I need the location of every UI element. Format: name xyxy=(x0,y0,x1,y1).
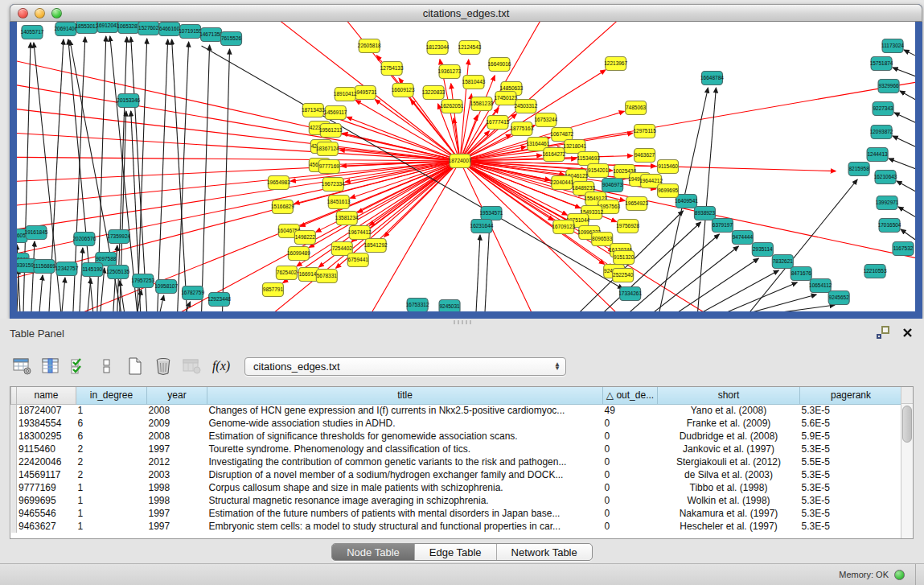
network-canvas[interactable]: 1405571720691406185530121691204310653287… xyxy=(17,22,915,311)
cell-pr[interactable]: 5.3E-5 xyxy=(800,468,902,481)
cell-pr[interactable]: 5.3E-5 xyxy=(800,404,902,417)
graph-node[interactable]: 14055717 xyxy=(21,26,44,39)
graph-node[interactable]: 16649016 xyxy=(488,58,511,72)
cell-out[interactable]: 49 xyxy=(603,404,658,417)
graph-node[interactable]: 12505135 xyxy=(106,266,129,279)
table-select[interactable]: citations_edges.txt ▲▼ xyxy=(244,357,566,376)
graph-node[interactable]: 6759441 xyxy=(347,253,368,267)
graph-node[interactable]: 19361273 xyxy=(438,65,462,79)
graph-node[interactable]: 9699695 xyxy=(658,184,679,198)
cell-name[interactable]: 9463627 xyxy=(17,520,76,533)
graph-node[interactable]: 16777415 xyxy=(487,116,510,130)
graph-node[interactable]: 19672334 xyxy=(322,178,345,192)
delete-column-icon[interactable] xyxy=(152,355,175,377)
graph-node[interactable]: 9154201 xyxy=(588,164,609,178)
graph-node[interactable]: 9474444 xyxy=(732,231,753,245)
cell-name[interactable]: 19384554 xyxy=(17,417,76,430)
graph-node[interactable]: 9046973 xyxy=(602,179,623,192)
memory-ok-icon[interactable] xyxy=(894,570,905,580)
network-window-titlebar[interactable]: citations_edges.txt xyxy=(10,4,922,22)
minimize-window-button[interactable] xyxy=(35,8,45,19)
graph-node[interactable]: 10654112 xyxy=(809,279,832,293)
graph-node[interactable]: 18123044 xyxy=(426,41,450,55)
cell-indeg[interactable]: 6 xyxy=(76,430,147,443)
graph-node[interactable]: 15581233 xyxy=(470,97,494,111)
cell-short[interactable]: Stergiakouli et al. (2012) xyxy=(658,455,800,468)
graph-node[interactable]: 22605818 xyxy=(358,39,381,53)
cell-short[interactable]: Nakamura et al. (1997) xyxy=(658,507,800,520)
cell-indeg[interactable]: 1 xyxy=(76,507,147,520)
graph-node[interactable]: 19534571 xyxy=(480,207,503,220)
graph-node[interactable]: 19674412 xyxy=(348,226,372,240)
graph-node[interactable]: 11156869 xyxy=(33,260,55,274)
graph-node[interactable]: 16099489 xyxy=(287,247,310,261)
graph-node[interactable]: 6379197 xyxy=(712,219,733,233)
column-header-out_de[interactable]: △ out_de... xyxy=(603,387,658,404)
graph-node[interactable]: 8471676 xyxy=(791,267,811,281)
graph-node[interactable]: 18367124 xyxy=(316,142,339,156)
graph-node[interactable]: 2522540 xyxy=(613,269,634,282)
graph-node[interactable]: 9463627 xyxy=(634,149,655,163)
tab-node-table[interactable]: Node Table xyxy=(332,544,414,560)
cell-indeg[interactable]: 2 xyxy=(76,455,147,468)
cell-out[interactable]: 0 xyxy=(603,520,658,533)
graph-node[interactable]: 16753312 xyxy=(406,299,429,312)
graph-node[interactable]: 8096533 xyxy=(592,233,613,246)
cell-out[interactable]: 0 xyxy=(603,507,658,520)
cell-short[interactable]: Wolkin et al. (1998) xyxy=(658,494,800,507)
table-row[interactable]: 1830029562008Estimation of significance … xyxy=(11,430,902,443)
graph-node[interactable]: 17359924 xyxy=(107,230,130,244)
cell-out[interactable]: 0 xyxy=(603,430,658,443)
cell-short[interactable]: Tibbo et al. (1998) xyxy=(658,481,800,494)
graph-node[interactable]: 16753244 xyxy=(534,113,557,127)
cell-out[interactable]: 0 xyxy=(603,443,658,455)
graph-hub-node[interactable]: 18724007 xyxy=(449,154,472,168)
graph-node[interactable]: 16231644 xyxy=(470,220,494,233)
table-row[interactable]: 977716911998Corpus callosum shape and si… xyxy=(11,481,902,494)
close-window-button[interactable] xyxy=(18,8,28,19)
graph-node[interactable]: 16782759 xyxy=(181,286,204,300)
cell-title[interactable]: Changes of HCN gene expression and I(f) … xyxy=(207,404,603,417)
graph-node[interactable]: 16262051 xyxy=(441,100,464,113)
cell-pr[interactable]: 5.5E-5 xyxy=(800,455,902,468)
graph-node[interactable]: 16912043 xyxy=(96,22,119,33)
new-column-icon[interactable] xyxy=(124,355,146,377)
table-row[interactable]: 2242004622012Investigating the contribut… xyxy=(11,455,902,468)
select-all-icon[interactable] xyxy=(68,355,90,377)
cell-pr[interactable]: 5.9E-5 xyxy=(800,430,902,443)
cell-out[interactable]: 0 xyxy=(603,494,658,507)
graph-node[interactable]: 12213967 xyxy=(604,57,627,71)
graph-node[interactable]: 7615526 xyxy=(221,32,242,46)
graph-node[interactable]: 1167532 xyxy=(893,242,914,256)
cell-short[interactable]: Franke et al. (2009) xyxy=(658,417,800,430)
graph-node[interactable]: 14671358 xyxy=(199,28,223,42)
delete-table-icon[interactable] xyxy=(180,355,203,377)
graph-node[interactable]: 9115460 xyxy=(658,160,679,174)
cell-title[interactable]: Structural magnetic resonance image aver… xyxy=(207,494,603,507)
column-header-year[interactable]: year xyxy=(147,387,207,404)
cell-year[interactable]: 2012 xyxy=(147,455,207,468)
graph-node[interactable]: 16210643 xyxy=(874,171,897,184)
graph-node[interactable]: 19654923 xyxy=(625,197,648,211)
cell-year[interactable]: 1998 xyxy=(147,494,207,507)
graph-node[interactable]: 15810443 xyxy=(462,76,486,89)
graph-node[interactable]: 8215958 xyxy=(848,163,869,176)
cell-year[interactable]: 1997 xyxy=(147,507,207,520)
cell-out[interactable]: 0 xyxy=(603,417,658,430)
graph-node[interactable]: 6466160 xyxy=(159,23,180,36)
cell-pr[interactable]: 5.3E-5 xyxy=(800,494,902,507)
network-graph[interactable]: 1405571720691406185530121691204310653287… xyxy=(17,22,915,311)
graph-node[interactable]: 16409541 xyxy=(675,195,698,208)
cell-short[interactable]: Yano et al. (2008) xyxy=(658,404,800,417)
graph-node[interactable]: 11173024 xyxy=(881,39,904,53)
cell-pr[interactable]: 5.6E-5 xyxy=(800,417,902,430)
zoom-window-button[interactable] xyxy=(51,8,62,19)
graph-node[interactable]: 10958107 xyxy=(154,280,178,294)
cell-indeg[interactable]: 1 xyxy=(76,520,147,533)
table-row[interactable]: 1938455462009Genome-wide association stu… xyxy=(11,417,902,430)
cell-name[interactable]: 9115460 xyxy=(17,443,76,455)
cell-short[interactable]: Hescheler et al. (1997) xyxy=(658,520,800,533)
graph-node[interactable]: 9857791 xyxy=(262,283,283,297)
graph-node[interactable]: 17016504 xyxy=(878,219,901,233)
cell-indeg[interactable]: 2 xyxy=(76,468,147,481)
